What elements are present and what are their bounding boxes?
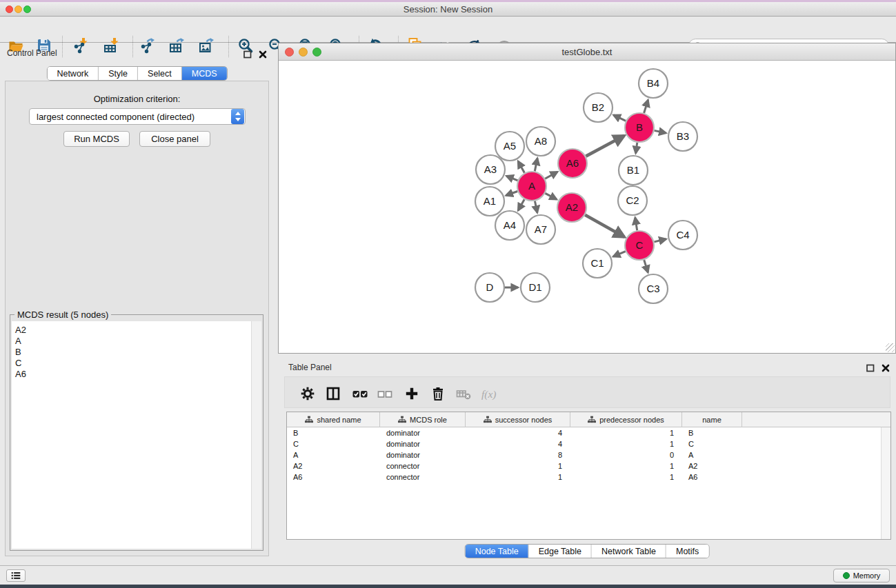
table-tab-edge-table[interactable]: Edge Table — [529, 545, 592, 558]
network-window-titlebar: testGlobe.txt — [279, 43, 895, 61]
graph-edge-A-A2[interactable] — [545, 193, 557, 199]
graph-edge-B-B3[interactable] — [655, 130, 666, 133]
table-row[interactable]: A2connector11A2 — [287, 460, 880, 472]
table-tab-node-table[interactable]: Node Table — [466, 545, 529, 558]
float-panel-icon[interactable] — [243, 50, 252, 59]
delete-columns-button[interactable] — [429, 386, 447, 404]
graph-edge-A-A3[interactable] — [506, 176, 517, 180]
mcds-result-title: MCDS result (5 nodes) — [14, 310, 111, 320]
run-mcds-button[interactable]: Run MCDS — [63, 131, 130, 147]
optimization-criterion-select[interactable]: largest connected component (directed) — [29, 108, 246, 125]
column-header-name[interactable]: name — [682, 412, 742, 427]
column-header-filler — [742, 412, 890, 427]
graph-edge-C-C3[interactable] — [644, 260, 648, 272]
column-header-MCDS-role[interactable]: MCDS role — [380, 412, 466, 427]
graph-edge-A-A7[interactable] — [535, 201, 537, 213]
svg-text:A3: A3 — [484, 163, 497, 175]
session-title: Session: New Session — [0, 4, 896, 14]
show-columns-button[interactable] — [324, 386, 342, 404]
add-column-button[interactable] — [403, 386, 421, 404]
graph-node-C[interactable]: C — [625, 231, 654, 260]
cell-name: B — [682, 429, 742, 437]
graph-edge-C-C1[interactable] — [613, 252, 626, 257]
table-toolbar: f(x) — [284, 376, 890, 408]
column-header-successor-nodes[interactable]: successor nodes — [466, 412, 570, 427]
graph-node-B1[interactable]: B1 — [619, 156, 648, 185]
table-tab-network-table[interactable]: Network Table — [592, 545, 666, 558]
mcds-result-item[interactable]: A6 — [12, 369, 251, 380]
graph-edge-A-A6[interactable] — [545, 172, 557, 179]
graph-edge-B-B4[interactable] — [644, 100, 648, 113]
graph-node-C4[interactable]: C4 — [668, 221, 697, 250]
svg-text:C: C — [636, 239, 644, 251]
graph-node-C2[interactable]: C2 — [618, 186, 647, 215]
graph-node-A6[interactable]: A6 — [558, 149, 587, 178]
table-settings-button[interactable] — [299, 386, 317, 404]
column-type-icon — [484, 416, 492, 425]
graph-node-A5[interactable]: A5 — [495, 132, 524, 161]
graph-node-A7[interactable]: A7 — [526, 215, 555, 244]
task-history-button[interactable] — [6, 569, 26, 582]
graph-node-B3[interactable]: B3 — [668, 122, 697, 151]
cell-predecessor-nodes: 1 — [570, 473, 682, 481]
table-tab-motifs[interactable]: Motifs — [666, 545, 708, 558]
control-tab-select[interactable]: Select — [138, 67, 182, 80]
table-row[interactable]: Adominator80A — [287, 449, 880, 460]
table-row[interactable]: Cdominator41C — [287, 438, 880, 449]
mcds-result-scrollbar[interactable] — [251, 321, 261, 549]
graph-node-B4[interactable]: B4 — [639, 69, 668, 98]
select-all-button[interactable] — [351, 386, 369, 404]
graph-edge-C-C4[interactable] — [654, 239, 666, 242]
mcds-result-item[interactable]: A2 — [12, 325, 251, 336]
mcds-result-list[interactable]: A2ABCA6 — [12, 321, 251, 549]
column-header-predecessor-nodes[interactable]: predecessor nodes — [570, 412, 682, 427]
column-header-shared-name[interactable]: shared name — [287, 412, 380, 427]
graph-node-A1[interactable]: A1 — [475, 187, 504, 216]
control-tab-mcds[interactable]: MCDS — [182, 67, 227, 80]
graph-node-B2[interactable]: B2 — [584, 93, 613, 122]
graph-edge-A2-C[interactable] — [585, 215, 624, 237]
graph-node-D1[interactable]: D1 — [521, 273, 550, 302]
cell-shared-name: A — [287, 451, 380, 459]
graph-node-A[interactable]: A — [517, 172, 546, 201]
control-panel-tabs: NetworkStyleSelectMCDS — [46, 66, 227, 81]
graph-node-A3[interactable]: A3 — [476, 155, 505, 184]
svg-text:A6: A6 — [566, 157, 579, 169]
network-view-window: testGlobe.txt AA1A2A3A4A5A6A7A8BB1B2B3B4… — [278, 43, 896, 354]
graph-edge-A6-B[interactable] — [586, 136, 624, 156]
mcds-result-item[interactable]: C — [12, 358, 251, 369]
graph-edge-A-A8[interactable] — [535, 159, 537, 172]
graph-edge-B-B1[interactable] — [636, 143, 637, 154]
graph-node-C3[interactable]: C3 — [639, 274, 668, 303]
deselect-all-button[interactable] — [376, 386, 394, 404]
graph-node-A8[interactable]: A8 — [526, 127, 555, 156]
graph-edge-C-C2[interactable] — [635, 218, 637, 231]
graph-node-A4[interactable]: A4 — [495, 211, 524, 240]
node-table-scrollbar[interactable] — [881, 427, 890, 539]
table-panel-tabs: Node TableEdge TableNetwork TableMotifs — [465, 544, 710, 558]
close-panel-button[interactable]: Close panel — [139, 131, 210, 147]
control-tab-network[interactable]: Network — [47, 67, 99, 80]
deselect-all-icon — [377, 385, 393, 405]
table-row[interactable]: Bdominator41B — [287, 427, 880, 438]
memory-button[interactable]: Memory — [833, 569, 890, 582]
graph-edge-A-A1[interactable] — [506, 192, 518, 196]
table-row[interactable]: A6connector11A6 — [287, 472, 880, 483]
add-column-icon — [404, 385, 420, 405]
float-panel-icon[interactable] — [866, 363, 875, 373]
close-panel-icon[interactable] — [258, 50, 268, 59]
graph-node-C1[interactable]: C1 — [583, 249, 612, 278]
column-type-icon — [305, 416, 313, 425]
graph-node-B[interactable]: B — [625, 113, 654, 142]
graph-edge-A-A5[interactable] — [518, 161, 524, 173]
control-tab-style[interactable]: Style — [99, 67, 138, 80]
mcds-result-item[interactable]: A — [12, 336, 251, 347]
graph-edge-A-A4[interactable] — [518, 199, 524, 210]
graph-node-A2[interactable]: A2 — [557, 193, 586, 222]
mcds-result-item[interactable]: B — [12, 347, 251, 358]
graph-edge-B-B2[interactable] — [614, 115, 626, 121]
graph-node-D[interactable]: D — [475, 273, 504, 302]
close-panel-icon[interactable] — [881, 363, 890, 373]
window-resize-grip[interactable] — [886, 343, 895, 352]
network-graph-canvas[interactable]: AA1A2A3A4A5A6A7A8BB1B2B3B4CC1C2C3C4DD1 — [279, 61, 895, 353]
